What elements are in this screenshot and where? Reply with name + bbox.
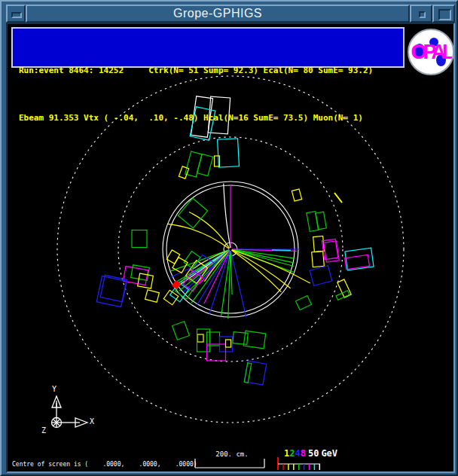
- centre-of-screen-text: Centre of screen is ( .0000, .0000, .000…: [12, 461, 197, 468]
- event-display-canvas[interactable]: Run:event 8464: 14252 Ctrk(N= 51 Sump= 9…: [8, 24, 453, 471]
- axis-y-label: Y: [52, 385, 56, 393]
- muon-segment: [334, 193, 342, 203]
- application-window: Grope-GPHIGS Run:event 8464: 14252 Ctrk(…: [0, 0, 458, 476]
- window-title: Grope-GPHIGS: [26, 5, 410, 23]
- run-event-banner: Run:event 8464: 14252 Ctrk(N= 51 Sump= 9…: [11, 27, 405, 68]
- maximize-button[interactable]: [432, 5, 455, 23]
- window-menu-button[interactable]: [6, 5, 26, 23]
- legend-energy-value: GeV: [321, 448, 337, 459]
- axis-gnomon: [52, 396, 88, 428]
- axis-z-label: Z: [41, 426, 46, 435]
- axis-x-label: X: [90, 417, 94, 426]
- scale-bar-label: 200. cm.: [197, 450, 267, 458]
- opal-logo: OPAL: [408, 29, 453, 75]
- iconify-icon: [419, 11, 426, 18]
- scale-bar: [195, 459, 264, 468]
- legend-energy-value: 4: [295, 448, 300, 459]
- banner-line1: Run:event 8464: 14252 Ctrk(N= 51 Sump= 9…: [19, 63, 403, 78]
- legend-energy-value: 8: [301, 448, 306, 459]
- titlebar[interactable]: Grope-GPHIGS: [6, 5, 455, 23]
- iconify-button[interactable]: [410, 5, 432, 23]
- legend-energy-value: 2: [289, 448, 295, 459]
- legend-energy-value: 1: [284, 448, 289, 459]
- maximize-icon: [438, 9, 451, 20]
- window-menu-icon: [11, 12, 22, 18]
- energy-legend-comb: [278, 457, 320, 470]
- opal-logo-text: OPAL: [409, 30, 453, 74]
- legend-energy-value: 50: [308, 448, 319, 459]
- banner-line2: Ebeam 91.353 Vtx ( -.04, .10, -.48) Hcal…: [19, 110, 403, 126]
- energy-legend-labels: 124850GeV: [284, 448, 337, 459]
